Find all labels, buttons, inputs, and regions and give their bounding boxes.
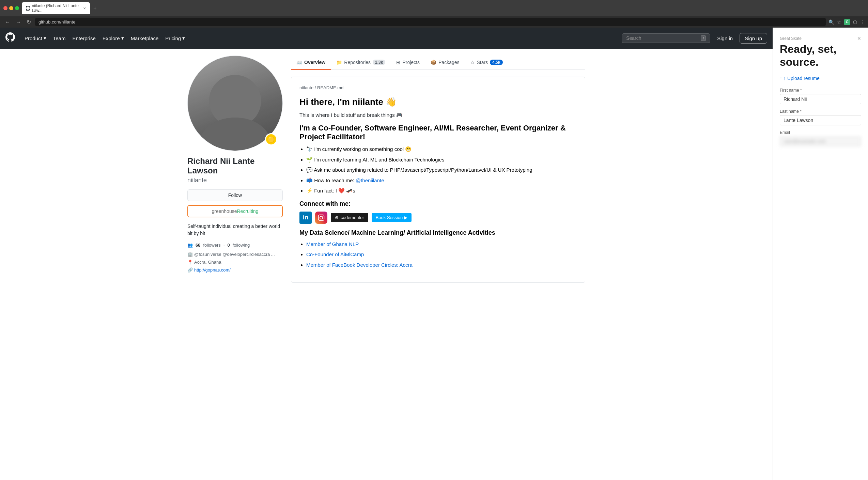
packages-icon: 📦 bbox=[431, 60, 436, 65]
search-placeholder: Search bbox=[626, 35, 641, 41]
first-name-field-group: First name * bbox=[780, 88, 861, 109]
greenhouse-close-button[interactable]: ✕ bbox=[857, 36, 861, 41]
address-bar[interactable] bbox=[35, 18, 826, 26]
twitter-link[interactable]: @theniilante bbox=[356, 177, 384, 183]
tab-repositories[interactable]: 📁 Repositories 2.3k bbox=[331, 56, 391, 70]
email-field-group: Email bbox=[780, 130, 861, 151]
sign-in-link[interactable]: Sign in bbox=[717, 35, 733, 41]
close-traffic-light[interactable] bbox=[3, 6, 7, 10]
last-name-input[interactable] bbox=[780, 115, 861, 125]
connect-section: Connect with me: in ⊕ codementor bbox=[299, 200, 577, 224]
org-icon: 🏢 bbox=[187, 252, 193, 257]
book-session-button[interactable]: Book Session ▶ bbox=[372, 213, 412, 222]
upload-resume-link[interactable]: ↑ ↑ Upload resume bbox=[780, 76, 861, 81]
bullet-3: 💬 Ask me about anything related to PHP/J… bbox=[306, 166, 577, 174]
search-bar[interactable]: Search / bbox=[622, 33, 710, 43]
bullet-2: 🌱 I'm currently learning AI, ML and Bloc… bbox=[306, 156, 577, 164]
explore-chevron-icon: ▾ bbox=[121, 35, 124, 41]
bookmark-icon[interactable]: ☆ bbox=[837, 19, 841, 25]
nav-explore[interactable]: Explore ▾ bbox=[103, 35, 124, 41]
browser-tab[interactable]: niilante (Richard Nii Lante Law... ✕ bbox=[22, 2, 90, 14]
greenhouse-panel-title: Ready, set, source. bbox=[780, 43, 861, 69]
repos-count: 2.3k bbox=[373, 60, 385, 65]
codementor-label: codementor bbox=[341, 215, 364, 220]
profile-username: niilante bbox=[187, 177, 283, 184]
avatar-wrapper: 🟡 bbox=[187, 56, 283, 151]
address-bar-row: ← → ↻ 🔍 ☆ G ⬡ ⋮ bbox=[0, 16, 868, 28]
email-input[interactable] bbox=[780, 136, 861, 146]
projects-icon: ⊞ bbox=[396, 60, 400, 65]
tab-overview[interactable]: 📖 Overview bbox=[291, 56, 331, 70]
nav-enterprise[interactable]: Enterprise bbox=[72, 35, 95, 41]
svg-rect-1 bbox=[319, 215, 324, 221]
profile-bio: Self-taught individual creating a better… bbox=[187, 223, 283, 237]
browser-chrome: niilante (Richard Nii Lante Law... ✕ + bbox=[0, 0, 868, 16]
pricing-chevron-icon: ▾ bbox=[182, 35, 185, 41]
github-logo[interactable] bbox=[5, 32, 15, 44]
browser-icons: 🔍 ☆ G ⬡ ⋮ bbox=[828, 19, 865, 25]
book-icon: 📖 bbox=[296, 60, 302, 65]
profile-website[interactable]: 🔗 http://gopnas.com/ bbox=[187, 267, 283, 273]
tab-close-icon[interactable]: ✕ bbox=[83, 6, 86, 10]
profile-location: 📍 Accra, Ghana bbox=[187, 260, 283, 265]
tab-packages[interactable]: 📦 Packages bbox=[425, 56, 465, 70]
followers-count[interactable]: 68 bbox=[196, 243, 200, 248]
profile-full-name: Richard Nii Lante Lawson bbox=[187, 156, 283, 175]
following-count[interactable]: 0 bbox=[227, 243, 230, 248]
ds-link-2-anchor[interactable]: Co-Founder of AiMlCamp bbox=[306, 251, 364, 257]
menu-icon[interactable]: ⋮ bbox=[860, 19, 865, 25]
greenhouse-label-gray: greenhouse bbox=[212, 208, 237, 214]
ds-link-2: Co-Founder of AiMlCamp bbox=[306, 251, 577, 259]
bullet-1: 🔭 I'm currently working on something coo… bbox=[306, 145, 577, 153]
orgs-text: @fosuniverse @developercirclesaccra ... bbox=[194, 252, 275, 257]
linkedin-icon[interactable]: in bbox=[299, 212, 312, 224]
minimize-traffic-light[interactable] bbox=[9, 6, 13, 10]
main-nav: Product ▾ Team Enterprise Explore ▾ Mark… bbox=[0, 28, 773, 49]
refresh-button[interactable]: ↻ bbox=[25, 18, 32, 26]
profile-sidebar: 🟡 Richard Nii Lante Lawson niilante Foll… bbox=[187, 56, 283, 283]
tab-favicon bbox=[26, 6, 30, 11]
connect-heading: Connect with me: bbox=[299, 200, 577, 207]
nav-product[interactable]: Product ▾ bbox=[25, 35, 46, 41]
svg-point-3 bbox=[322, 216, 323, 217]
upload-icon: ↑ bbox=[780, 76, 782, 81]
readme-card: niilante / README.md Hi there, I'm niila… bbox=[291, 77, 585, 283]
star-icon: ☆ bbox=[470, 60, 475, 65]
search-shortcut: / bbox=[701, 35, 706, 41]
nav-marketplace[interactable]: Marketplace bbox=[131, 35, 159, 41]
bullet-5: ⚡ Fun fact: I ❤️ 🛹s bbox=[306, 187, 577, 195]
avatar-badge: 🟡 bbox=[265, 133, 277, 145]
codementor-icon: ⊕ bbox=[335, 215, 339, 220]
readme-intro: This is where I build stuff and break th… bbox=[299, 112, 577, 118]
bullet-4: 📫 How to reach me: @theniilante bbox=[306, 177, 577, 185]
forward-button[interactable]: → bbox=[14, 18, 22, 26]
greenhouse-recruiting-button[interactable]: greenhouseRecruiting bbox=[187, 205, 283, 217]
sign-up-button[interactable]: Sign up bbox=[740, 33, 767, 44]
tab-stars[interactable]: ☆ Stars 4.5k bbox=[465, 56, 508, 70]
new-tab-button[interactable]: + bbox=[93, 5, 96, 11]
link-icon: 🔗 bbox=[187, 267, 193, 273]
zoom-icon[interactable]: 🔍 bbox=[828, 19, 834, 25]
follow-button[interactable]: Follow bbox=[187, 189, 283, 201]
ds-heading: My Data Science/ Machine Learning/ Artif… bbox=[299, 229, 577, 236]
greenhouse-extension-icon[interactable]: G bbox=[844, 19, 850, 25]
nav-pricing[interactable]: Pricing ▾ bbox=[165, 35, 185, 41]
ds-link-1-anchor[interactable]: Member of Ghana NLP bbox=[306, 241, 359, 247]
codementor-badge[interactable]: ⊕ codementor bbox=[331, 213, 368, 222]
readme-bullets: 🔭 I'm currently working on something coo… bbox=[299, 145, 577, 195]
ds-link-3-anchor[interactable]: Member of FaceBook Developer Circles: Ac… bbox=[306, 262, 413, 268]
last-name-label: Last name * bbox=[780, 109, 861, 114]
email-label: Email bbox=[780, 130, 861, 135]
tab-projects[interactable]: ⊞ Projects bbox=[391, 56, 425, 70]
back-button[interactable]: ← bbox=[3, 18, 12, 26]
location-text: Accra, Ghana bbox=[194, 260, 221, 265]
svg-point-2 bbox=[320, 216, 323, 219]
profile-stats: 👥 68 followers · 0 following bbox=[187, 243, 283, 248]
extension-icon[interactable]: ⬡ bbox=[853, 19, 857, 25]
first-name-input[interactable] bbox=[780, 94, 861, 104]
readme-headline: I'm a Co-Founder, Software Engineer, AI/… bbox=[299, 124, 577, 141]
fullscreen-traffic-light[interactable] bbox=[15, 6, 19, 10]
following-label: following bbox=[233, 243, 250, 248]
instagram-icon[interactable] bbox=[315, 212, 327, 224]
nav-team[interactable]: Team bbox=[53, 35, 66, 41]
